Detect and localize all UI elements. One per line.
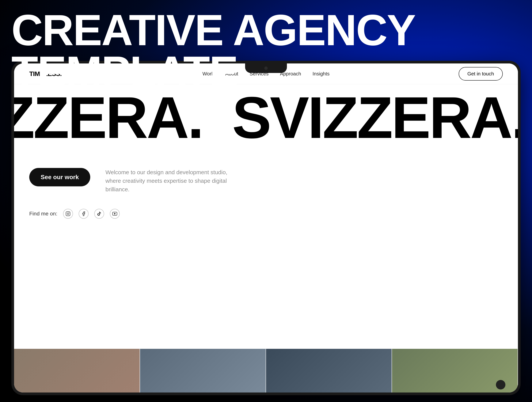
svg-point-1 bbox=[67, 213, 69, 215]
youtube-icon[interactable] bbox=[110, 209, 120, 219]
preview-tile-2 bbox=[140, 349, 266, 392]
home-button[interactable] bbox=[496, 380, 505, 389]
preview-tile-1 bbox=[14, 349, 140, 392]
hero-title: CREATIVE AGENCY TEMPLATE bbox=[11, 10, 415, 93]
content-row: See our work Welcome to our design and d… bbox=[29, 166, 503, 194]
social-row: Find me on: bbox=[29, 209, 503, 219]
find-me-label: Find me on: bbox=[29, 211, 57, 217]
preview-strip bbox=[14, 349, 518, 392]
see-our-work-button[interactable]: See our work bbox=[29, 168, 90, 186]
svg-rect-0 bbox=[66, 212, 70, 216]
hero-title-line2: TEMPLATE bbox=[11, 51, 415, 93]
svg-marker-3 bbox=[114, 213, 115, 214]
tiktok-icon[interactable] bbox=[94, 209, 104, 219]
tagline-text: Welcome to our design and development st… bbox=[105, 166, 238, 194]
device-screen: TIMELESS. Work About Services Approach I… bbox=[14, 63, 518, 392]
device-frame: TIMELESS. Work About Services Approach I… bbox=[11, 61, 521, 395]
get-in-touch-button[interactable]: Get in touch bbox=[459, 67, 503, 81]
svg-point-2 bbox=[69, 212, 69, 213]
instagram-icon[interactable] bbox=[63, 209, 73, 219]
hero-title-line1: CREATIVE AGENCY bbox=[11, 10, 415, 51]
marquee-text: ZZERA. SVIZZERA. SVIZZERA. bbox=[14, 88, 518, 147]
facebook-icon[interactable] bbox=[79, 209, 89, 219]
preview-tile-3 bbox=[266, 349, 392, 392]
